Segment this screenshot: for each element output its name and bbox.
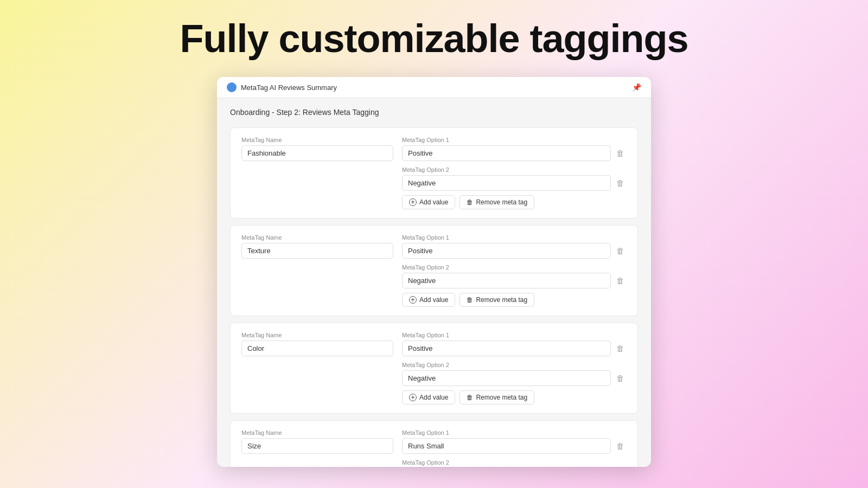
- metatag-section-color: MetaTag NameMetaTag Option 1🗑MetaTag Opt…: [230, 323, 638, 414]
- metatag-right-col-texture: MetaTag Option 1🗑: [402, 234, 627, 259]
- trash-btn-size-0[interactable]: 🗑: [614, 440, 627, 452]
- metatag-name-row-color: MetaTag NameMetaTag Option 1🗑: [241, 332, 627, 356]
- action-row-fashionable: + Add value🗑 Remove meta tag: [402, 195, 627, 209]
- page-main-title: Fully customizable taggings: [180, 16, 688, 61]
- page-subtitle: Onboarding - Step 2: Reviews Meta Taggin…: [230, 108, 638, 117]
- add-value-btn-texture[interactable]: + Add value: [402, 293, 455, 307]
- action-row-color: + Add value🗑 Remove meta tag: [402, 390, 627, 404]
- option-wrapper-fashionable-1: MetaTag Option 2🗑: [402, 166, 627, 191]
- option-input-row-size-0: 🗑: [402, 438, 627, 454]
- trash-btn-fashionable-0[interactable]: 🗑: [614, 147, 627, 159]
- option-input-color-1[interactable]: [402, 370, 611, 386]
- window-header-left: MetaTag AI Reviews Summary: [227, 82, 337, 92]
- trash-icon-small: 🗑: [467, 198, 473, 206]
- metatag-name-input-fashionable[interactable]: [241, 145, 393, 161]
- add-value-btn-color[interactable]: + Add value: [402, 390, 455, 404]
- trash-btn-color-0[interactable]: 🗑: [614, 343, 627, 354]
- option-label-size-0: MetaTag Option 1: [402, 429, 627, 436]
- option-input-row-fashionable-0: 🗑: [402, 145, 627, 161]
- option-label-fashionable-1: MetaTag Option 2: [402, 166, 627, 173]
- action-row-texture: + Add value🗑 Remove meta tag: [402, 293, 627, 307]
- option-wrapper-texture-1: MetaTag Option 2🗑: [402, 264, 627, 288]
- metatag-name-row-size: MetaTag NameMetaTag Option 1🗑: [241, 429, 627, 454]
- option-input-row-texture-0: 🗑: [402, 243, 627, 259]
- circle-plus-icon: +: [409, 296, 417, 304]
- trash-icon-small: 🗑: [467, 394, 473, 401]
- metatag-name-row-texture: MetaTag NameMetaTag Option 1🗑: [241, 234, 627, 259]
- trash-btn-texture-0[interactable]: 🗑: [614, 245, 627, 256]
- option-input-color-0[interactable]: [402, 341, 611, 356]
- metatag-section-fashionable: MetaTag NameMetaTag Option 1🗑MetaTag Opt…: [230, 127, 638, 219]
- option-wrapper-color-1: MetaTag Option 2🗑: [402, 362, 627, 386]
- metatag-name-input-size[interactable]: [241, 438, 393, 454]
- circle-plus-icon: +: [409, 198, 417, 206]
- option-label-texture-1: MetaTag Option 2: [402, 264, 627, 271]
- metatag-name-label-texture: MetaTag Name: [241, 234, 393, 241]
- remove-tag-btn-color[interactable]: 🗑 Remove meta tag: [459, 390, 534, 404]
- add-value-btn-fashionable[interactable]: + Add value: [402, 195, 455, 209]
- metatags-container: MetaTag NameMetaTag Option 1🗑MetaTag Opt…: [230, 127, 638, 467]
- metatag-right-col-color: MetaTag Option 1🗑: [402, 332, 627, 356]
- metatag-right-col-size: MetaTag Option 1🗑: [402, 429, 627, 454]
- option-input-fashionable-0[interactable]: [402, 145, 611, 161]
- trash-btn-color-1[interactable]: 🗑: [614, 373, 627, 384]
- metatag-right-col-fashionable: MetaTag Option 1🗑: [402, 137, 627, 161]
- option-input-size-0[interactable]: [402, 438, 611, 454]
- circle-plus-icon: +: [409, 394, 417, 401]
- option-input-row-fashionable-1: 🗑: [402, 175, 627, 191]
- option-input-row-color-0: 🗑: [402, 341, 627, 356]
- trash-icon-small: 🗑: [467, 296, 473, 304]
- metatag-left-col-size: MetaTag Name: [241, 429, 393, 454]
- option-input-fashionable-1[interactable]: [402, 175, 611, 191]
- window-content: Onboarding - Step 2: Reviews Meta Taggin…: [217, 98, 651, 467]
- window-header: MetaTag AI Reviews Summary 📌: [217, 77, 651, 98]
- option-label-color-1: MetaTag Option 2: [402, 362, 627, 368]
- metatag-left-col-color: MetaTag Name: [241, 332, 393, 356]
- metatag-section-size: MetaTag NameMetaTag Option 1🗑MetaTag Opt…: [230, 420, 638, 467]
- option-label-color-0: MetaTag Option 1: [402, 332, 627, 338]
- app-window: MetaTag AI Reviews Summary 📌 Onboarding …: [217, 77, 651, 467]
- option-input-row-color-1: 🗑: [402, 370, 627, 386]
- metatag-name-input-color[interactable]: [241, 341, 393, 356]
- app-icon: [227, 82, 237, 92]
- option-input-row-texture-1: 🗑: [402, 273, 627, 288]
- metatag-name-label-size: MetaTag Name: [241, 429, 393, 436]
- trash-btn-texture-1[interactable]: 🗑: [614, 275, 627, 286]
- metatag-name-label-fashionable: MetaTag Name: [241, 137, 393, 143]
- metatag-name-row-fashionable: MetaTag NameMetaTag Option 1🗑: [241, 137, 627, 161]
- pin-icon[interactable]: 📌: [632, 83, 641, 92]
- option-label-size-1: MetaTag Option 2: [402, 459, 627, 466]
- window-title: MetaTag AI Reviews Summary: [241, 84, 337, 92]
- metatag-section-texture: MetaTag NameMetaTag Option 1🗑MetaTag Opt…: [230, 225, 638, 316]
- metatag-name-label-color: MetaTag Name: [241, 332, 393, 338]
- option-label-texture-0: MetaTag Option 1: [402, 234, 627, 241]
- trash-btn-fashionable-1[interactable]: 🗑: [614, 177, 627, 189]
- option-input-texture-0[interactable]: [402, 243, 611, 259]
- metatag-left-col-texture: MetaTag Name: [241, 234, 393, 259]
- option-wrapper-size-1: MetaTag Option 2🗑: [402, 459, 627, 467]
- remove-tag-btn-texture[interactable]: 🗑 Remove meta tag: [459, 293, 534, 307]
- metatag-name-input-texture[interactable]: [241, 243, 393, 259]
- remove-tag-btn-fashionable[interactable]: 🗑 Remove meta tag: [459, 195, 534, 209]
- option-input-texture-1[interactable]: [402, 273, 611, 288]
- option-label-fashionable-0: MetaTag Option 1: [402, 137, 627, 143]
- metatag-left-col-fashionable: MetaTag Name: [241, 137, 393, 161]
